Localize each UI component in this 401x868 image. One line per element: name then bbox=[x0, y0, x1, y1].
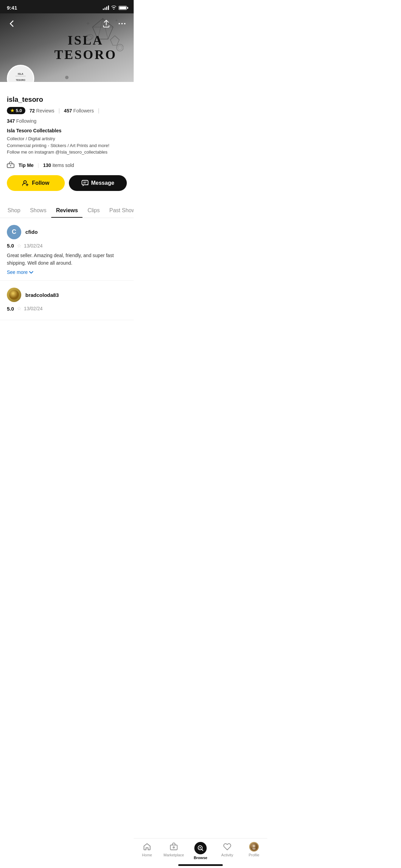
svg-rect-21 bbox=[82, 180, 88, 185]
review-score: 5.0 bbox=[7, 306, 14, 312]
avatar: ISLA TESORO bbox=[7, 65, 34, 82]
review-item: bradcoloda83 5.0 ☆ 13/02/24 bbox=[0, 281, 134, 320]
battery-icon bbox=[119, 6, 127, 10]
tip-label[interactable]: Tip Me bbox=[19, 162, 34, 168]
reviewer-avatar bbox=[7, 288, 21, 302]
profile-banner: ✦ ✦ ISLA TESORO ISLA bbox=[0, 13, 134, 82]
svg-point-12 bbox=[117, 44, 123, 51]
tab-past-shows[interactable]: Past Shows bbox=[105, 203, 134, 218]
profile-tabs: Shop Shows Reviews Clips Past Shows bbox=[0, 203, 134, 218]
review-text: Great seller. Amazing deal, friendly, an… bbox=[7, 252, 127, 267]
username: isla_tesoro bbox=[7, 96, 127, 104]
chevron-down-icon bbox=[29, 269, 33, 275]
review-meta: 5.0 ☆ 13/02/24 bbox=[7, 243, 127, 249]
items-sold: 130 items sold bbox=[43, 162, 74, 168]
tab-shows[interactable]: Shows bbox=[25, 203, 51, 218]
scroll-indicator bbox=[65, 76, 69, 79]
signal-icon bbox=[103, 5, 109, 10]
review-score: 5.0 bbox=[7, 243, 14, 249]
review-date: 13/02/24 bbox=[24, 306, 43, 311]
action-buttons: Follow Message bbox=[7, 175, 127, 191]
tip-icon bbox=[7, 161, 14, 170]
reviewer-row: C cfido bbox=[7, 225, 127, 239]
message-label: Message bbox=[91, 180, 114, 186]
bio-name: Isla Tesoro Collectables bbox=[7, 128, 127, 133]
svg-text:ISLA: ISLA bbox=[18, 73, 23, 75]
status-icons bbox=[103, 5, 127, 11]
wifi-icon bbox=[111, 5, 117, 11]
svg-point-1 bbox=[121, 23, 123, 24]
star-icon: ★ bbox=[10, 108, 14, 113]
follow-button[interactable]: Follow bbox=[7, 175, 65, 191]
followers-stat[interactable]: 457 Followers bbox=[64, 108, 94, 113]
profile-info: isla_tesoro ★ 5.0 72 Reviews | 457 Follo… bbox=[0, 82, 134, 203]
banner-title-line1: ISLA bbox=[54, 33, 117, 48]
reviewer-name: bradcoloda83 bbox=[25, 292, 59, 298]
review-date: 13/02/24 bbox=[24, 243, 43, 249]
bio-line2: Commercial printing - Stickers / Art Pri… bbox=[7, 142, 127, 149]
stats-row: ★ 5.0 72 Reviews | 457 Followers | 347 F… bbox=[7, 107, 127, 124]
message-button[interactable]: Message bbox=[69, 175, 127, 191]
banner-title: ISLA TESORO bbox=[54, 33, 117, 62]
stat-divider-1: | bbox=[58, 108, 60, 114]
review-item: C cfido 5.0 ☆ 13/02/24 Great seller. Ama… bbox=[0, 218, 134, 281]
see-more-button[interactable]: See more bbox=[7, 269, 127, 275]
bio-line1: Collector / Digital artistry bbox=[7, 135, 127, 142]
share-button[interactable] bbox=[100, 17, 112, 30]
see-more-label: See more bbox=[7, 269, 28, 275]
rating-badge: ★ 5.0 bbox=[7, 107, 25, 114]
svg-point-24 bbox=[9, 290, 19, 300]
reviews-section: C cfido 5.0 ☆ 13/02/24 Great seller. Ama… bbox=[0, 218, 134, 321]
avatar-wrapper: ISLA TESORO bbox=[7, 65, 34, 82]
more-button[interactable] bbox=[116, 17, 128, 30]
rating-value: 5.0 bbox=[16, 108, 22, 113]
tab-clips[interactable]: Clips bbox=[83, 203, 105, 218]
review-star-icon: ☆ bbox=[17, 305, 21, 312]
reviewer-avatar: C bbox=[7, 225, 21, 239]
tip-divider: | bbox=[38, 162, 39, 168]
review-meta: 5.0 ☆ 13/02/24 bbox=[7, 305, 127, 312]
svg-point-0 bbox=[119, 23, 120, 24]
status-bar: 9:41 bbox=[0, 0, 134, 13]
reviews-stat[interactable]: 72 Reviews bbox=[29, 108, 54, 113]
bio-text: Collector / Digital artistry Commercial … bbox=[7, 135, 127, 156]
svg-point-2 bbox=[124, 23, 125, 24]
svg-point-20 bbox=[24, 181, 26, 183]
tip-row: Tip Me | 130 items sold bbox=[7, 161, 127, 170]
reviewer-row: bradcoloda83 bbox=[7, 288, 127, 302]
svg-point-19 bbox=[10, 165, 11, 166]
tab-reviews[interactable]: Reviews bbox=[51, 203, 83, 218]
back-button[interactable] bbox=[5, 17, 18, 30]
stat-divider-2: | bbox=[98, 108, 99, 114]
review-star-icon: ☆ bbox=[17, 243, 21, 249]
banner-title-line2: TESORO bbox=[54, 48, 117, 62]
svg-point-13 bbox=[118, 46, 122, 50]
follow-label: Follow bbox=[32, 180, 49, 186]
following-stat[interactable]: 347 Following bbox=[7, 118, 36, 124]
reviewer-name: cfido bbox=[25, 229, 38, 235]
tab-shop[interactable]: Shop bbox=[3, 203, 25, 218]
svg-text:TESORO: TESORO bbox=[16, 79, 25, 81]
status-time: 9:41 bbox=[7, 5, 17, 11]
banner-actions bbox=[100, 17, 128, 30]
bio-line3: Follow me on instagram @Isla_tesoro_coll… bbox=[7, 149, 127, 156]
banner-nav bbox=[0, 13, 134, 34]
